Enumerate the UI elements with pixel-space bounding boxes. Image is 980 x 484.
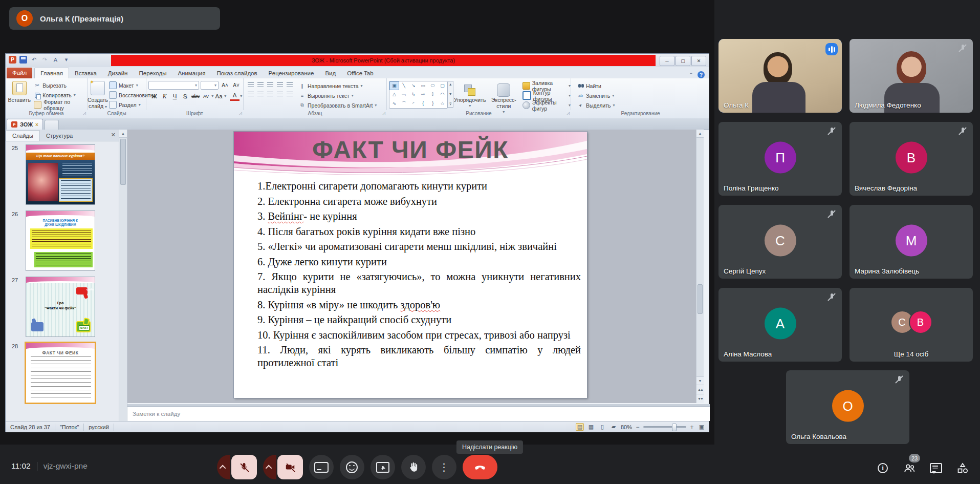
save-icon[interactable] (19, 56, 27, 64)
thumbnail-28-selected[interactable]: ФАКТ ЧИ ФЕЙК (26, 343, 95, 403)
thumbnail-26[interactable]: ПАСИВНЕ КУРІННЯ Є ДУЖЕ ШКІДЛИВИМ (26, 211, 95, 271)
cut-button[interactable]: Вырезать (33, 80, 87, 90)
shape-line-icon[interactable]: ╲ (402, 83, 405, 88)
shrink-font-icon[interactable]: A˅ (231, 81, 241, 89)
text-direction-button[interactable]: ∥Направление текста▾ (299, 81, 377, 91)
shape-effects-button[interactable]: Эффекты фигур▾ (521, 100, 571, 110)
shape-oval-icon[interactable]: ⬭ (431, 83, 435, 89)
participant-tile-olga-k[interactable]: Ольга К (718, 39, 842, 113)
chat-panel-button[interactable] (930, 462, 942, 474)
redo-icon[interactable]: ↷ (41, 56, 49, 64)
participant-tile-liudmyla[interactable]: Людмила Федотенко (850, 39, 973, 113)
clipboard-dialog-launcher-icon[interactable] (83, 111, 86, 116)
scroll-track[interactable] (696, 138, 704, 376)
font-name-combo[interactable]: ▾ (148, 81, 199, 90)
thumbnail-row-27[interactable]: 27 Гра "Факти чи фейк" ФАКТ фейк (6, 277, 119, 337)
shapes-gallery-scroll[interactable]: ▲▼⊽ (448, 81, 454, 108)
people-panel-button[interactable]: 23 (903, 462, 916, 474)
participant-tile-viacheslav[interactable]: В Вячеслав Федоріна (850, 122, 973, 196)
shapes-gallery[interactable]: ▣╲↘▭⬭▢ △﹁↳⇨⇩◠ ∿⌒◜{}☆ (389, 81, 448, 109)
camera-off-button[interactable] (277, 455, 303, 479)
reactions-button[interactable] (340, 455, 364, 479)
language-indicator[interactable]: русский (84, 424, 114, 431)
more-options-button[interactable]: ⋮ (432, 455, 456, 479)
shape-triangle-icon[interactable]: △ (393, 92, 396, 97)
thumbnail-row-26[interactable]: 26 ПАСИВНЕ КУРІННЯ Є ДУЖЕ ШКІДЛИВИМ (6, 211, 119, 271)
shape-arrow-icon[interactable]: ↘ (411, 83, 416, 88)
collapse-ribbon-icon[interactable] (689, 72, 693, 78)
participant-tile-alina[interactable]: А Аліна Маслова (718, 288, 842, 362)
thumbnail-row-28[interactable]: 28 ФАКТ ЧИ ФЕЙК (6, 343, 119, 403)
meeting-details-button[interactable]: i (877, 462, 889, 474)
reading-view-icon[interactable]: ▯ (598, 424, 606, 430)
format-painter-button[interactable]: Формат по образцу (33, 100, 87, 110)
tab-view[interactable]: Вид (319, 68, 341, 78)
shape-scribble-icon[interactable]: ∿ (393, 101, 397, 106)
zoom-level[interactable]: 80% (621, 424, 632, 430)
captions-button[interactable] (309, 455, 334, 479)
leave-call-button[interactable] (463, 455, 497, 479)
shape-arc-icon[interactable]: ◜ (412, 101, 415, 106)
powerpoint-logo-icon[interactable]: P (9, 56, 16, 64)
drawing-dialog-launcher-icon[interactable] (567, 111, 570, 116)
shape-brace-right-icon[interactable]: } (432, 101, 433, 106)
current-slide[interactable]: ФАКТ ЧИ ФЕЙК 1.Електронні сигарети допом… (234, 132, 587, 398)
shape-right-arrow-icon[interactable]: ⇨ (421, 92, 425, 97)
select-button[interactable]: Выделить▾ (576, 100, 710, 110)
underline-button[interactable]: Ч (170, 92, 180, 100)
participant-tile-serhii[interactable]: С Сергій Цепух (718, 205, 842, 279)
zoom-slider[interactable] (643, 426, 686, 428)
scroll-thumb[interactable] (698, 284, 703, 314)
mic-options-chevron-icon[interactable] (217, 455, 230, 479)
slide-body-text[interactable]: 1.Електронні сигарети допомагають кинути… (257, 180, 581, 396)
notes-pane[interactable]: Заметки к слайду (127, 406, 710, 421)
theme-name[interactable]: "Поток" (55, 424, 84, 431)
shape-rect-icon[interactable]: ▭ (421, 83, 426, 88)
thumbnail-row-25[interactable]: 25 Що таке пасивне куріння? (6, 144, 119, 205)
next-slide-button[interactable]: ▼▼ (696, 394, 704, 403)
pane-tab-outline[interactable]: Структура (40, 131, 79, 141)
participant-tile-maryna[interactable]: М Марина Залюбівець (850, 205, 973, 279)
paragraph-dialog-launcher-icon[interactable] (382, 111, 385, 116)
character-spacing-button[interactable]: AV (201, 92, 211, 100)
numbering-icon[interactable] (256, 81, 265, 89)
find-button[interactable]: Найти (576, 81, 710, 91)
document-tab[interactable]: P ЗОЖ (7, 119, 43, 130)
close-button[interactable] (691, 56, 706, 66)
tab-slideshow[interactable]: Показ слайдов (211, 68, 263, 78)
tab-review[interactable]: Рецензирование (263, 68, 320, 78)
arrange-button[interactable]: Упорядочить ▾ (453, 81, 486, 109)
help-icon[interactable] (698, 71, 705, 78)
strikethrough-button[interactable]: abc (190, 92, 201, 100)
shape-curve-icon[interactable]: ⌒ (402, 100, 406, 107)
font-dialog-launcher-icon[interactable] (239, 111, 242, 116)
slide-sorter-view-icon[interactable]: ▦ (587, 424, 595, 430)
line-spacing-icon[interactable] (286, 81, 294, 89)
change-case-button[interactable]: Aa (214, 92, 224, 100)
slide-title[interactable]: ФАКТ ЧИ ФЕЙК (234, 136, 587, 164)
qat-dropdown-icon[interactable]: ▾ (62, 56, 70, 64)
font-tool-icon[interactable]: A (52, 56, 59, 64)
participant-tile-polina[interactable]: П Поліна Грищенко (718, 122, 842, 196)
replace-button[interactable]: Заменить▾ (576, 91, 710, 100)
grow-font-icon[interactable]: A˄ (220, 81, 230, 89)
document-tab-close-icon[interactable] (35, 122, 38, 128)
slideshow-view-icon[interactable]: ▰ (609, 424, 618, 430)
tab-insert[interactable]: Вставка (69, 68, 102, 78)
columns-icon[interactable] (286, 91, 294, 98)
raise-hand-button[interactable] (401, 455, 426, 479)
shape-elbow-icon[interactable]: ﹁ (402, 91, 406, 98)
font-color-button[interactable]: A (230, 91, 239, 101)
shape-star-icon[interactable]: ☆ (440, 101, 444, 106)
fit-to-window-icon[interactable]: ▣ (698, 424, 706, 430)
tab-file[interactable]: Файл (7, 68, 32, 78)
pane-scroll-thumb[interactable] (120, 139, 126, 185)
zoom-out-icon[interactable]: − (635, 424, 640, 431)
participant-tile-overflow[interactable]: С В Ще 14 осіб (850, 288, 973, 362)
align-left-icon[interactable] (247, 91, 255, 98)
maximize-button[interactable] (676, 56, 690, 66)
align-text-button[interactable]: ≡Выровнять текст▾ (299, 91, 377, 100)
shape-rounded-rect-icon[interactable]: ▢ (440, 83, 445, 88)
new-slide-button[interactable]: Создать слайд ▾ (88, 78, 108, 110)
activities-button[interactable] (956, 462, 969, 474)
